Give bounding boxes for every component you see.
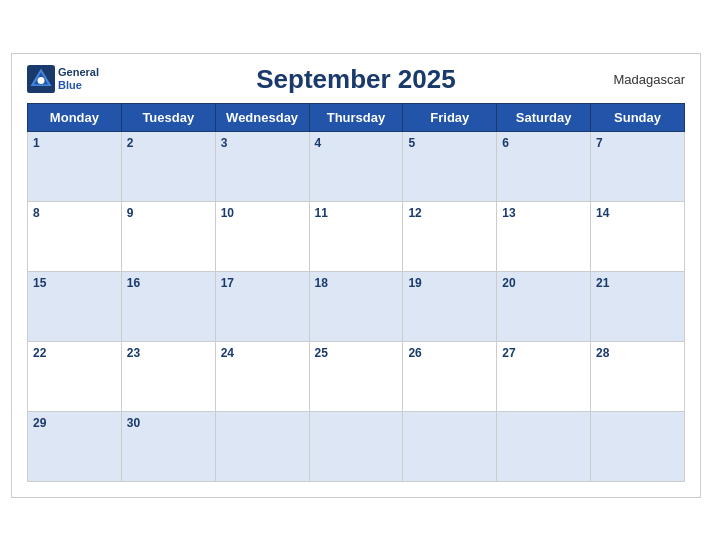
- day-cell-26: 26: [403, 341, 497, 411]
- day-cell-19: 19: [403, 271, 497, 341]
- day-cell-25: 25: [309, 341, 403, 411]
- weekday-header-row: Monday Tuesday Wednesday Thursday Friday…: [28, 103, 685, 131]
- logo-icon: [27, 65, 55, 93]
- day-number-7: 7: [596, 136, 603, 150]
- day-number-22: 22: [33, 346, 46, 360]
- day-number-19: 19: [408, 276, 421, 290]
- logo-text: General Blue: [58, 66, 99, 92]
- day-cell-1: 1: [28, 131, 122, 201]
- col-wednesday: Wednesday: [215, 103, 309, 131]
- col-saturday: Saturday: [497, 103, 591, 131]
- day-cell-17: 17: [215, 271, 309, 341]
- day-number-11: 11: [315, 206, 328, 220]
- day-cell-8: 8: [28, 201, 122, 271]
- col-tuesday: Tuesday: [121, 103, 215, 131]
- day-number-17: 17: [221, 276, 234, 290]
- day-cell-22: 22: [28, 341, 122, 411]
- day-number-27: 27: [502, 346, 515, 360]
- week-row-5: 2930: [28, 411, 685, 481]
- day-number-18: 18: [315, 276, 328, 290]
- col-friday: Friday: [403, 103, 497, 131]
- week-row-4: 22232425262728: [28, 341, 685, 411]
- day-cell-3: 3: [215, 131, 309, 201]
- day-number-15: 15: [33, 276, 46, 290]
- day-cell-13: 13: [497, 201, 591, 271]
- day-cell-27: 27: [497, 341, 591, 411]
- day-cell-empty: [403, 411, 497, 481]
- day-cell-29: 29: [28, 411, 122, 481]
- day-cell-6: 6: [497, 131, 591, 201]
- day-number-14: 14: [596, 206, 609, 220]
- day-cell-10: 10: [215, 201, 309, 271]
- calendar-header: General Blue September 2025 Madagascar: [27, 64, 685, 95]
- day-cell-7: 7: [591, 131, 685, 201]
- day-cell-14: 14: [591, 201, 685, 271]
- day-cell-9: 9: [121, 201, 215, 271]
- day-cell-5: 5: [403, 131, 497, 201]
- day-cell-24: 24: [215, 341, 309, 411]
- day-number-30: 30: [127, 416, 140, 430]
- day-cell-15: 15: [28, 271, 122, 341]
- calendar-table: Monday Tuesday Wednesday Thursday Friday…: [27, 103, 685, 482]
- day-number-12: 12: [408, 206, 421, 220]
- week-row-3: 15161718192021: [28, 271, 685, 341]
- week-row-2: 891011121314: [28, 201, 685, 271]
- day-cell-empty: [497, 411, 591, 481]
- day-number-5: 5: [408, 136, 415, 150]
- day-cell-11: 11: [309, 201, 403, 271]
- day-number-20: 20: [502, 276, 515, 290]
- day-number-23: 23: [127, 346, 140, 360]
- day-cell-16: 16: [121, 271, 215, 341]
- logo-area: General Blue: [27, 65, 99, 93]
- day-cell-21: 21: [591, 271, 685, 341]
- day-cell-empty: [309, 411, 403, 481]
- day-number-1: 1: [33, 136, 40, 150]
- day-number-8: 8: [33, 206, 40, 220]
- day-number-26: 26: [408, 346, 421, 360]
- col-thursday: Thursday: [309, 103, 403, 131]
- svg-point-3: [38, 77, 45, 84]
- day-cell-2: 2: [121, 131, 215, 201]
- day-number-29: 29: [33, 416, 46, 430]
- calendar-title: September 2025: [256, 64, 455, 95]
- day-cell-30: 30: [121, 411, 215, 481]
- day-number-4: 4: [315, 136, 322, 150]
- day-number-2: 2: [127, 136, 134, 150]
- day-number-24: 24: [221, 346, 234, 360]
- day-cell-20: 20: [497, 271, 591, 341]
- day-number-3: 3: [221, 136, 228, 150]
- day-cell-empty: [591, 411, 685, 481]
- day-number-10: 10: [221, 206, 234, 220]
- day-number-25: 25: [315, 346, 328, 360]
- day-number-6: 6: [502, 136, 509, 150]
- day-number-13: 13: [502, 206, 515, 220]
- day-number-9: 9: [127, 206, 134, 220]
- week-row-1: 1234567: [28, 131, 685, 201]
- day-cell-12: 12: [403, 201, 497, 271]
- day-number-16: 16: [127, 276, 140, 290]
- day-number-28: 28: [596, 346, 609, 360]
- day-cell-empty: [215, 411, 309, 481]
- day-cell-23: 23: [121, 341, 215, 411]
- day-cell-4: 4: [309, 131, 403, 201]
- day-cell-28: 28: [591, 341, 685, 411]
- day-number-21: 21: [596, 276, 609, 290]
- calendar-container: General Blue September 2025 Madagascar M…: [11, 53, 701, 498]
- day-cell-18: 18: [309, 271, 403, 341]
- country-label: Madagascar: [613, 72, 685, 87]
- col-monday: Monday: [28, 103, 122, 131]
- col-sunday: Sunday: [591, 103, 685, 131]
- calendar-body: 1234567891011121314151617181920212223242…: [28, 131, 685, 481]
